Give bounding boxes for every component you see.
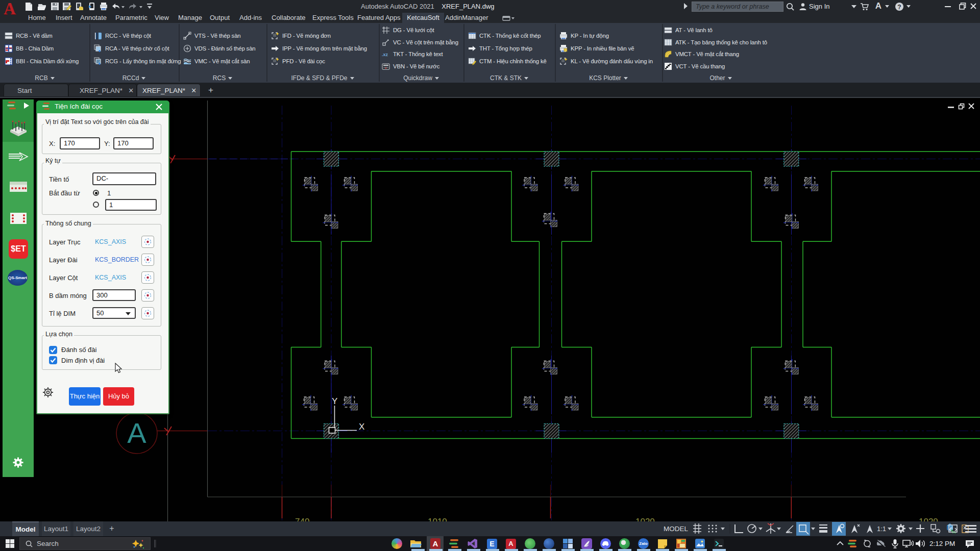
svg-text:1010: 1010 <box>428 517 447 521</box>
svg-text:Y: Y <box>332 396 337 406</box>
svg-text:1020: 1020 <box>919 517 938 521</box>
svg-text:X: X <box>359 422 364 432</box>
svg-text:740: 740 <box>295 517 309 521</box>
svg-text:1020: 1020 <box>635 517 655 521</box>
svg-text:A: A <box>127 417 146 449</box>
svg-text:.xz: .xz <box>382 52 388 57</box>
svg-text:1:1: 1:1 <box>877 525 886 533</box>
svg-text:?: ? <box>897 4 901 11</box>
